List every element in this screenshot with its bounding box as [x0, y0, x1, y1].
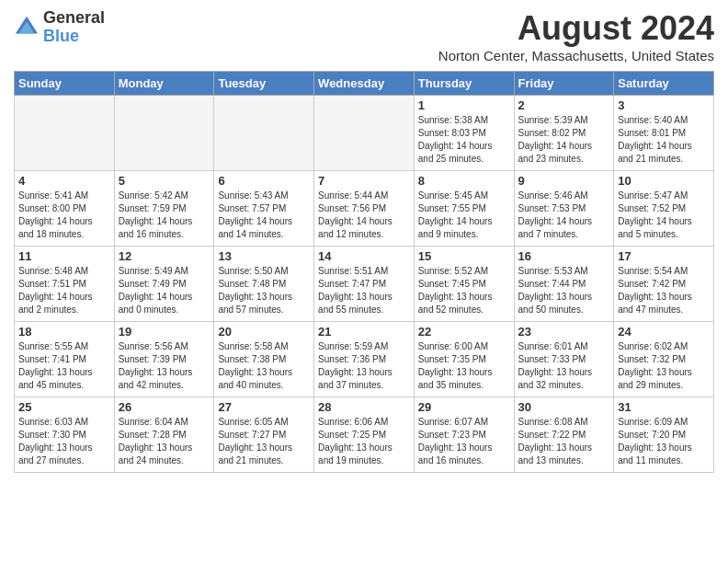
calendar-day-cell: 7 Sunrise: 5:44 AM Sunset: 7:56 PM Dayli…: [314, 171, 415, 247]
day-info: Sunrise: 6:04 AM Sunset: 7:28 PM Dayligh…: [119, 416, 210, 467]
calendar-day-cell: 8 Sunrise: 5:45 AM Sunset: 7:55 PM Dayli…: [414, 171, 514, 247]
day-number: 20: [218, 325, 310, 339]
day-number: 15: [418, 249, 510, 263]
calendar-day-cell: 6 Sunrise: 5:43 AM Sunset: 7:57 PM Dayli…: [214, 171, 314, 247]
calendar-day-cell: 27 Sunrise: 6:05 AM Sunset: 7:27 PM Dayl…: [214, 397, 314, 473]
weekday-header: Sunday: [15, 72, 115, 96]
day-number: 11: [18, 249, 110, 263]
day-number: 6: [218, 174, 310, 188]
calendar-day-cell: 23 Sunrise: 6:01 AM Sunset: 7:33 PM Dayl…: [514, 322, 614, 397]
logo-line2: Blue: [43, 28, 105, 46]
logo: General Blue: [14, 9, 105, 46]
calendar-day-cell: 20 Sunrise: 5:58 AM Sunset: 7:38 PM Dayl…: [214, 322, 314, 397]
day-info: Sunrise: 6:06 AM Sunset: 7:25 PM Dayligh…: [318, 416, 410, 467]
day-info: Sunrise: 5:49 AM Sunset: 7:49 PM Dayligh…: [119, 265, 210, 316]
day-info: Sunrise: 5:53 AM Sunset: 7:44 PM Dayligh…: [518, 265, 610, 316]
day-info: Sunrise: 6:09 AM Sunset: 7:20 PM Dayligh…: [618, 416, 710, 467]
day-number: 13: [218, 249, 310, 263]
day-info: Sunrise: 5:55 AM Sunset: 7:41 PM Dayligh…: [18, 340, 110, 392]
calendar-day-cell: 16 Sunrise: 5:53 AM Sunset: 7:44 PM Dayl…: [514, 247, 614, 322]
day-info: Sunrise: 5:48 AM Sunset: 7:51 PM Dayligh…: [18, 265, 110, 316]
calendar-day-cell: [314, 96, 415, 171]
day-number: 16: [518, 249, 610, 263]
day-info: Sunrise: 6:02 AM Sunset: 7:32 PM Dayligh…: [618, 340, 710, 392]
calendar-day-cell: 18 Sunrise: 5:55 AM Sunset: 7:41 PM Dayl…: [15, 322, 115, 397]
day-info: Sunrise: 5:56 AM Sunset: 7:39 PM Dayligh…: [119, 340, 210, 392]
day-number: 14: [318, 249, 410, 263]
logo-icon: [14, 15, 40, 40]
calendar-day-cell: 4 Sunrise: 5:41 AM Sunset: 8:00 PM Dayli…: [15, 171, 115, 247]
calendar-day-cell: 1 Sunrise: 5:38 AM Sunset: 8:03 PM Dayli…: [414, 96, 514, 171]
weekday-header: Tuesday: [214, 72, 314, 96]
day-info: Sunrise: 5:46 AM Sunset: 7:53 PM Dayligh…: [518, 190, 610, 241]
calendar-day-cell: [214, 96, 314, 171]
day-number: 30: [518, 400, 610, 414]
logo-text: General Blue: [43, 9, 105, 46]
day-number: 25: [18, 400, 110, 414]
calendar-day-cell: 13 Sunrise: 5:50 AM Sunset: 7:48 PM Dayl…: [214, 247, 314, 322]
calendar-day-cell: 5 Sunrise: 5:42 AM Sunset: 7:59 PM Dayli…: [114, 171, 214, 247]
logo-line1: General: [43, 9, 105, 28]
day-number: 22: [418, 325, 510, 339]
day-number: 26: [119, 400, 210, 414]
day-number: 31: [618, 400, 710, 414]
day-info: Sunrise: 5:58 AM Sunset: 7:38 PM Dayligh…: [218, 340, 310, 392]
location: Norton Center, Massachusetts, United Sta…: [438, 48, 714, 63]
day-info: Sunrise: 5:59 AM Sunset: 7:36 PM Dayligh…: [318, 340, 410, 392]
calendar-week-row: 11 Sunrise: 5:48 AM Sunset: 7:51 PM Dayl…: [15, 247, 714, 322]
day-number: 18: [18, 325, 110, 339]
day-info: Sunrise: 6:07 AM Sunset: 7:23 PM Dayligh…: [418, 416, 510, 467]
calendar-day-cell: 28 Sunrise: 6:06 AM Sunset: 7:25 PM Dayl…: [314, 397, 415, 473]
calendar-day-cell: 19 Sunrise: 5:56 AM Sunset: 7:39 PM Dayl…: [114, 322, 214, 397]
weekday-header: Monday: [114, 72, 214, 96]
calendar-table: SundayMondayTuesdayWednesdayThursdayFrid…: [14, 71, 714, 473]
day-info: Sunrise: 5:45 AM Sunset: 7:55 PM Dayligh…: [418, 190, 510, 241]
calendar-week-row: 1 Sunrise: 5:38 AM Sunset: 8:03 PM Dayli…: [15, 96, 714, 171]
calendar-day-cell: 31 Sunrise: 6:09 AM Sunset: 7:20 PM Dayl…: [614, 397, 714, 473]
day-number: 7: [318, 174, 410, 188]
day-number: 5: [119, 174, 210, 188]
day-number: 29: [418, 400, 510, 414]
calendar-day-cell: 10 Sunrise: 5:47 AM Sunset: 7:52 PM Dayl…: [614, 171, 714, 247]
day-number: 21: [318, 325, 410, 339]
weekday-header: Wednesday: [314, 72, 415, 96]
day-number: 1: [418, 98, 510, 112]
day-number: 24: [618, 325, 710, 339]
day-number: 4: [18, 174, 110, 188]
calendar-day-cell: 26 Sunrise: 6:04 AM Sunset: 7:28 PM Dayl…: [114, 397, 214, 473]
day-info: Sunrise: 6:08 AM Sunset: 7:22 PM Dayligh…: [518, 416, 610, 467]
calendar-day-cell: 29 Sunrise: 6:07 AM Sunset: 7:23 PM Dayl…: [414, 397, 514, 473]
title-block: August 2024 Norton Center, Massachusetts…: [438, 9, 714, 63]
month-title: August 2024: [438, 9, 714, 48]
day-info: Sunrise: 5:50 AM Sunset: 7:48 PM Dayligh…: [218, 265, 310, 316]
calendar-day-cell: 3 Sunrise: 5:40 AM Sunset: 8:01 PM Dayli…: [614, 96, 714, 171]
day-number: 17: [618, 249, 710, 263]
day-info: Sunrise: 5:47 AM Sunset: 7:52 PM Dayligh…: [618, 190, 710, 241]
calendar-day-cell: [114, 96, 214, 171]
calendar-day-cell: 30 Sunrise: 6:08 AM Sunset: 7:22 PM Dayl…: [514, 397, 614, 473]
calendar-day-cell: 14 Sunrise: 5:51 AM Sunset: 7:47 PM Dayl…: [314, 247, 415, 322]
day-number: 8: [418, 174, 510, 188]
day-number: 23: [518, 325, 610, 339]
calendar-week-row: 4 Sunrise: 5:41 AM Sunset: 8:00 PM Dayli…: [15, 171, 714, 247]
day-info: Sunrise: 6:00 AM Sunset: 7:35 PM Dayligh…: [418, 340, 510, 392]
calendar-day-cell: 12 Sunrise: 5:49 AM Sunset: 7:49 PM Dayl…: [114, 247, 214, 322]
day-info: Sunrise: 5:44 AM Sunset: 7:56 PM Dayligh…: [318, 190, 410, 241]
day-info: Sunrise: 5:38 AM Sunset: 8:03 PM Dayligh…: [418, 114, 510, 166]
calendar-day-cell: 17 Sunrise: 5:54 AM Sunset: 7:42 PM Dayl…: [614, 247, 714, 322]
day-info: Sunrise: 5:54 AM Sunset: 7:42 PM Dayligh…: [618, 265, 710, 316]
calendar-day-cell: 15 Sunrise: 5:52 AM Sunset: 7:45 PM Dayl…: [414, 247, 514, 322]
day-number: 10: [618, 174, 710, 188]
weekday-header: Saturday: [614, 72, 714, 96]
calendar-day-cell: [15, 96, 115, 171]
weekday-header: Thursday: [414, 72, 514, 96]
calendar-day-cell: 9 Sunrise: 5:46 AM Sunset: 7:53 PM Dayli…: [514, 171, 614, 247]
day-number: 27: [218, 400, 310, 414]
calendar-day-cell: 21 Sunrise: 5:59 AM Sunset: 7:36 PM Dayl…: [314, 322, 415, 397]
day-info: Sunrise: 5:41 AM Sunset: 8:00 PM Dayligh…: [18, 190, 110, 241]
page-header: General Blue August 2024 Norton Center, …: [14, 9, 714, 63]
day-info: Sunrise: 5:40 AM Sunset: 8:01 PM Dayligh…: [618, 114, 710, 166]
day-number: 12: [119, 249, 210, 263]
calendar-week-row: 25 Sunrise: 6:03 AM Sunset: 7:30 PM Dayl…: [15, 397, 714, 473]
calendar-day-cell: 2 Sunrise: 5:39 AM Sunset: 8:02 PM Dayli…: [514, 96, 614, 171]
